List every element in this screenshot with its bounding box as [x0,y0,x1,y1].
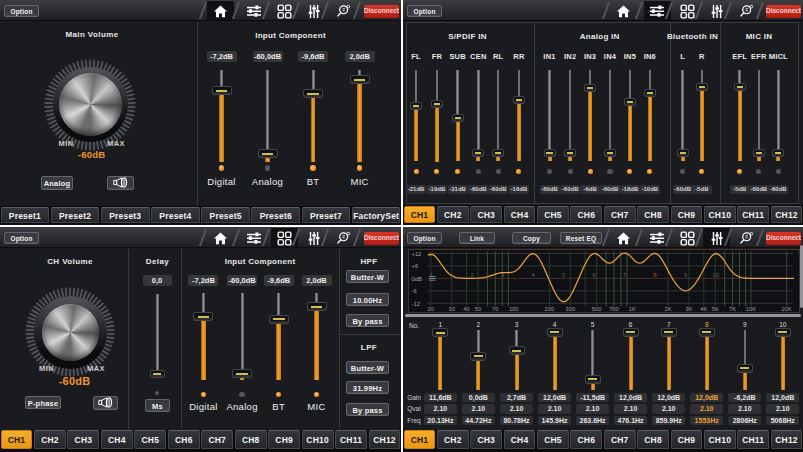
svg-text:0dB: 0dB [412,275,422,281]
svg-text:5: 5 [562,271,566,277]
svg-text:50: 50 [475,305,481,311]
svg-text:10: 10 [713,271,720,277]
svg-text:500: 500 [592,305,602,311]
svg-text:8: 8 [653,271,657,277]
svg-text:300: 300 [565,305,575,311]
svg-text:7: 7 [623,271,627,277]
svg-text:10K: 10K [746,305,756,311]
svg-text:-12: -12 [412,300,420,306]
svg-text:+12: +12 [412,250,422,256]
svg-text:200: 200 [545,305,555,311]
svg-text:4: 4 [532,271,536,277]
svg-text:-6: -6 [412,288,417,294]
svg-text:20: 20 [428,305,434,311]
svg-text:30: 30 [448,305,454,311]
svg-text:7K: 7K [729,305,736,311]
svg-text:4K: 4K [700,305,707,311]
svg-text:70: 70 [492,305,498,311]
svg-text:3K: 3K [685,305,692,311]
svg-text:100: 100 [509,305,519,311]
svg-text:+6: +6 [412,263,419,269]
svg-text:700: 700 [609,305,619,311]
svg-text:20K: 20K [782,305,792,311]
svg-text:2K: 2K [665,305,672,311]
svg-text:40: 40 [463,305,469,311]
svg-text:2: 2 [471,271,475,277]
svg-text:5K: 5K [712,305,719,311]
svg-text:9: 9 [684,271,688,277]
svg-text:1K: 1K [629,305,636,311]
svg-text:6: 6 [592,271,596,277]
